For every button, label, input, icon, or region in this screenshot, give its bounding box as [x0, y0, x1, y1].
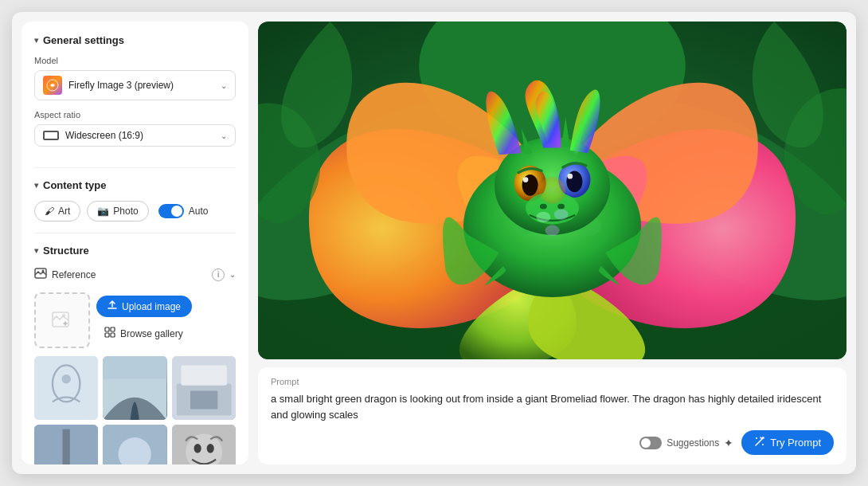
photo-button[interactable]: 📷 Photo [87, 201, 148, 221]
svg-point-49 [557, 204, 565, 210]
thumbnail-5[interactable] [103, 425, 166, 464]
structure-label: Structure [43, 245, 89, 257]
model-value: Firefly Image 3 (preview) [68, 80, 174, 91]
art-label: Art [58, 206, 70, 217]
svg-rect-16 [181, 365, 226, 385]
aspect-ratio-icon [43, 131, 59, 140]
prompt-label: Prompt [271, 377, 834, 386]
info-icon[interactable]: i [212, 268, 225, 281]
upload-image-button[interactable]: Upload image [96, 296, 192, 317]
suggestions-label: Suggestions [667, 437, 719, 449]
info-icon-text: i [217, 270, 219, 279]
browse-gallery-button[interactable]: Browse gallery [96, 322, 192, 345]
photo-label: Photo [113, 206, 138, 217]
thumbnails-grid [34, 356, 236, 464]
upload-buttons: Upload image Browse gallery [96, 296, 192, 345]
svg-point-26 [206, 444, 213, 453]
auto-toggle-container: Auto [158, 204, 209, 218]
structure-header[interactable]: ▾ Structure [34, 245, 89, 257]
reference-right: i ⌄ [212, 268, 236, 281]
model-dropdown-chevron: ⌄ [221, 81, 227, 90]
aspect-ratio-dropdown[interactable]: Widescreen (16:9) ⌄ [34, 124, 236, 147]
svg-point-52 [554, 209, 569, 219]
svg-point-55 [762, 444, 764, 445]
browse-gallery-label: Browse gallery [120, 328, 183, 339]
image-display [258, 22, 846, 359]
svg-point-50 [539, 177, 565, 203]
svg-point-53 [545, 225, 560, 236]
svg-point-51 [536, 212, 550, 222]
app-container: ▾ General settings Model Firefly Image 3… [12, 12, 856, 474]
try-prompt-button[interactable]: Try Prompt [741, 430, 834, 455]
thumbnail-3[interactable] [172, 356, 236, 420]
reference-left: Reference [34, 268, 96, 281]
content-type-row: 🖌 Art 📷 Photo Auto [34, 201, 236, 221]
structure-chevron: ▾ [34, 246, 38, 255]
svg-point-54 [756, 437, 757, 439]
svg-rect-7 [105, 333, 109, 337]
thumbnail-1[interactable] [34, 356, 98, 420]
left-panel: ▾ General settings Model Firefly Image 3… [22, 22, 248, 464]
suggestions-row: Suggestions ✦ [639, 437, 733, 449]
reference-icon [34, 268, 47, 281]
gallery-icon [104, 327, 115, 340]
upload-icon [108, 300, 117, 312]
prompt-bottom: Suggestions ✦ Try Prompt [271, 430, 834, 455]
aspect-ratio-dropdown-chevron: ⌄ [221, 131, 227, 140]
reference-chevron[interactable]: ⌄ [229, 270, 236, 279]
structure-header-row: ▾ Structure [34, 245, 236, 257]
model-dropdown-left: Firefly Image 3 (preview) [43, 76, 174, 95]
svg-rect-8 [111, 333, 115, 337]
thumbnail-2[interactable] [103, 356, 166, 420]
try-prompt-label: Try Prompt [770, 437, 821, 449]
aspect-ratio-field-label: Aspect ratio [34, 110, 236, 120]
reference-row: Reference i ⌄ [34, 265, 236, 284]
aspect-ratio-dropdown-left: Widescreen (16:9) [43, 130, 143, 141]
content-type-label: Content type [43, 179, 106, 191]
prompt-area: Prompt a small bright green dragon is lo… [258, 367, 846, 464]
upload-placeholder[interactable] [34, 292, 90, 348]
svg-rect-5 [105, 327, 109, 331]
right-area: Prompt a small bright green dragon is lo… [248, 12, 856, 474]
art-brush-icon: 🖌 [45, 206, 54, 217]
thumbnail-4[interactable] [34, 425, 98, 464]
chevron-icon: ▾ [34, 36, 38, 45]
suggestions-toggle[interactable] [639, 437, 662, 449]
svg-rect-13 [103, 356, 166, 379]
aspect-ratio-value: Widescreen (16:9) [65, 130, 143, 141]
model-icon [43, 76, 62, 95]
svg-point-4 [62, 314, 65, 317]
upload-image-label: Upload image [122, 301, 181, 312]
svg-point-48 [540, 204, 547, 210]
svg-rect-6 [111, 327, 115, 331]
upload-area: Upload image Browse gallery [34, 292, 236, 348]
photo-icon: 📷 [97, 206, 109, 217]
reference-label: Reference [52, 269, 96, 280]
wand-icon [754, 436, 765, 449]
svg-point-43 [523, 177, 529, 182]
auto-label: Auto [189, 206, 209, 217]
svg-point-11 [61, 374, 70, 383]
general-settings-label: General settings [43, 34, 124, 46]
divider-2 [34, 233, 236, 233]
art-button[interactable]: 🖌 Art [34, 201, 80, 221]
thumbnail-6[interactable] [172, 425, 236, 464]
sparkle-icon: ✦ [724, 437, 733, 449]
prompt-text[interactable]: a small bright green dragon is looking o… [271, 391, 834, 422]
general-settings-header[interactable]: ▾ General settings [34, 34, 236, 46]
content-type-header[interactable]: ▾ Content type [34, 179, 236, 191]
svg-point-2 [42, 270, 45, 272]
svg-point-46 [567, 174, 573, 179]
svg-point-25 [194, 444, 201, 453]
svg-rect-17 [190, 391, 217, 410]
auto-toggle-switch[interactable] [158, 204, 184, 218]
model-dropdown[interactable]: Firefly Image 3 (preview) ⌄ [34, 70, 236, 100]
divider-1 [34, 167, 236, 168]
model-field-label: Model [34, 56, 236, 65]
content-type-chevron: ▾ [34, 181, 38, 190]
